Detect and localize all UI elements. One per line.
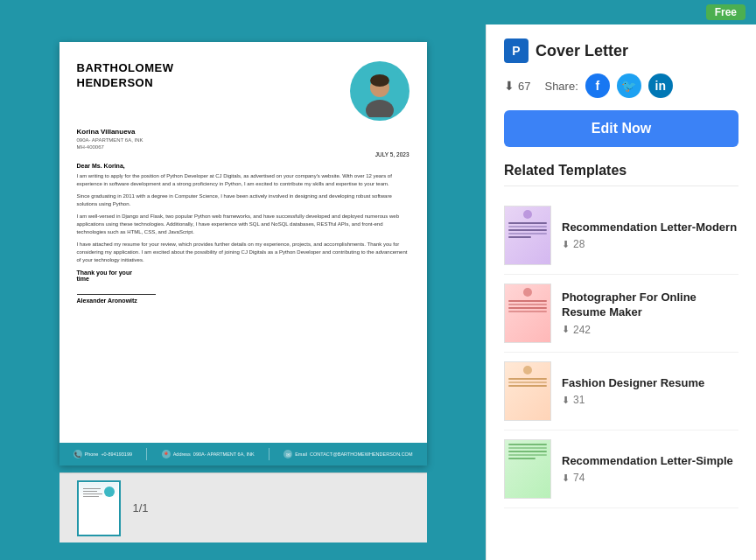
doc-contact-name: Korina Villanueva xyxy=(77,128,410,136)
doc-header: BARTHOLOMEWHENDERSON xyxy=(77,61,410,121)
related-thumb-1 xyxy=(504,206,551,265)
phone-icon: 📞 xyxy=(74,450,82,458)
thumbnail-strip: 1/1 xyxy=(60,472,427,542)
related-downloads-2: ⬇ 242 xyxy=(562,324,738,336)
email-icon: ✉ xyxy=(284,450,292,458)
top-bar: Free xyxy=(0,0,756,24)
related-name-4: Recommendation Letter-Simple xyxy=(562,454,738,469)
thumb-line xyxy=(83,491,97,492)
doc-name-block: BARTHOLOMEWHENDERSON xyxy=(77,61,174,91)
dl-icon: ⬇ xyxy=(562,324,570,335)
doc-footer-phone: 📞 Phone +0-894193199 xyxy=(74,450,133,458)
doc-address: 090A- APARTMENT 6A, INK MH-400067 xyxy=(77,136,410,151)
left-panel: BARTHOLOMEWHENDERSON Korina Villanu xyxy=(0,24,486,560)
main-layout: BARTHOLOMEWHENDERSON Korina Villanu xyxy=(0,24,756,560)
edit-now-button[interactable]: Edit Now xyxy=(504,110,738,147)
free-badge: Free xyxy=(706,4,746,20)
doc-para-2: Since graduating in 2011 with a degree i… xyxy=(77,192,410,208)
related-section-title: Related Templates xyxy=(504,163,738,186)
related-info-3: Fashion Designer Resume ⬇ 31 xyxy=(562,376,738,407)
related-item-2[interactable]: Photographer For Online Resume Maker ⬇ 2… xyxy=(504,275,738,353)
thumb-lines xyxy=(83,488,102,497)
doc-person-name: BARTHOLOMEWHENDERSON xyxy=(77,61,174,91)
related-downloads-1: ⬇ 28 xyxy=(562,238,738,250)
template-icon: P xyxy=(504,38,528,63)
dl-icon: ⬇ xyxy=(562,472,570,484)
twitter-share-button[interactable]: 🐦 xyxy=(617,74,641,98)
related-thumb-3 xyxy=(504,361,551,421)
template-title: Cover Letter xyxy=(536,42,628,60)
facebook-share-button[interactable]: f xyxy=(585,74,610,98)
footer-address-label: Address xyxy=(173,452,191,457)
page-indicator: 1/1 xyxy=(133,501,149,514)
related-downloads-4: ⬇ 74 xyxy=(562,472,738,484)
address-icon: 📍 xyxy=(162,450,171,458)
related-item-1[interactable]: Recommendation Letter-Modern ⬇ 28 xyxy=(504,197,738,275)
footer-divider-2 xyxy=(269,448,270,460)
svg-point-3 xyxy=(370,74,389,87)
download-number: 67 xyxy=(518,80,530,93)
thumbnail-1[interactable] xyxy=(77,480,121,536)
download-icon: ⬇ xyxy=(504,79,514,93)
footer-phone-label: Phone xyxy=(85,452,99,457)
related-thumb-2 xyxy=(504,284,551,343)
meta-row: ⬇ 67 Share: f 🐦 in xyxy=(504,74,738,98)
doc-footer: 📞 Phone +0-894193199 📍 Address 090A- APA… xyxy=(60,443,427,466)
thumbnail-inner xyxy=(80,483,118,534)
right-header: P Cover Letter xyxy=(504,38,738,63)
related-name-2: Photographer For Online Resume Maker xyxy=(562,290,738,320)
footer-email-label: Email xyxy=(295,452,307,457)
share-label: Share: xyxy=(544,80,578,93)
related-info-4: Recommendation Letter-Simple ⬇ 74 xyxy=(562,454,738,485)
related-name-1: Recommendation Letter-Modern xyxy=(562,220,738,235)
linkedin-share-button[interactable]: in xyxy=(648,74,673,98)
doc-signature-line xyxy=(77,294,156,295)
thumb-line xyxy=(83,496,99,497)
share-section: Share: f 🐦 in xyxy=(544,74,672,98)
related-name-3: Fashion Designer Resume xyxy=(562,376,738,391)
related-info-1: Recommendation Letter-Modern ⬇ 28 xyxy=(562,220,738,251)
download-count: ⬇ 67 xyxy=(504,79,530,93)
doc-para-3: I am well-versed in Django and Flask, tw… xyxy=(77,213,410,236)
related-list: Recommendation Letter-Modern ⬇ 28 xyxy=(504,197,738,508)
doc-para-1: I am writing to apply for the position o… xyxy=(77,172,410,188)
doc-thanks: Thank you for yourtime xyxy=(77,270,410,282)
thumb-circle xyxy=(104,486,115,497)
doc-salutation: Dear Ms. Korina, xyxy=(77,163,410,169)
related-item-4[interactable]: Recommendation Letter-Simple ⬇ 74 xyxy=(504,430,738,508)
dl-icon: ⬇ xyxy=(562,395,570,406)
doc-avatar xyxy=(350,61,410,121)
doc-date: JULY 5, 2023 xyxy=(77,151,410,158)
document-preview: BARTHOLOMEWHENDERSON Korina Villanu xyxy=(60,42,427,466)
right-panel: P Cover Letter ⬇ 67 Share: f 🐦 in Edit N… xyxy=(486,24,756,560)
thumb-line xyxy=(83,488,101,489)
thumb-line xyxy=(83,494,102,494)
related-info-2: Photographer For Online Resume Maker ⬇ 2… xyxy=(562,290,738,336)
footer-divider-1 xyxy=(146,448,147,460)
doc-body: I am writing to apply for the position o… xyxy=(77,172,410,264)
doc-footer-address: 📍 Address 090A- APARTMENT 6A, INK xyxy=(162,450,255,458)
related-thumb-4 xyxy=(504,439,551,499)
related-item-3[interactable]: Fashion Designer Resume ⬇ 31 xyxy=(504,353,738,430)
doc-footer-email: ✉ Email CONTACT@BARTHOMEWHENDERSON.COM xyxy=(284,450,412,458)
doc-para-4: I have attached my resume for your revie… xyxy=(77,241,410,264)
doc-signature-name: Alexander Aronowitz xyxy=(77,298,410,304)
dl-icon: ⬇ xyxy=(562,239,570,250)
related-downloads-3: ⬇ 31 xyxy=(562,394,738,406)
